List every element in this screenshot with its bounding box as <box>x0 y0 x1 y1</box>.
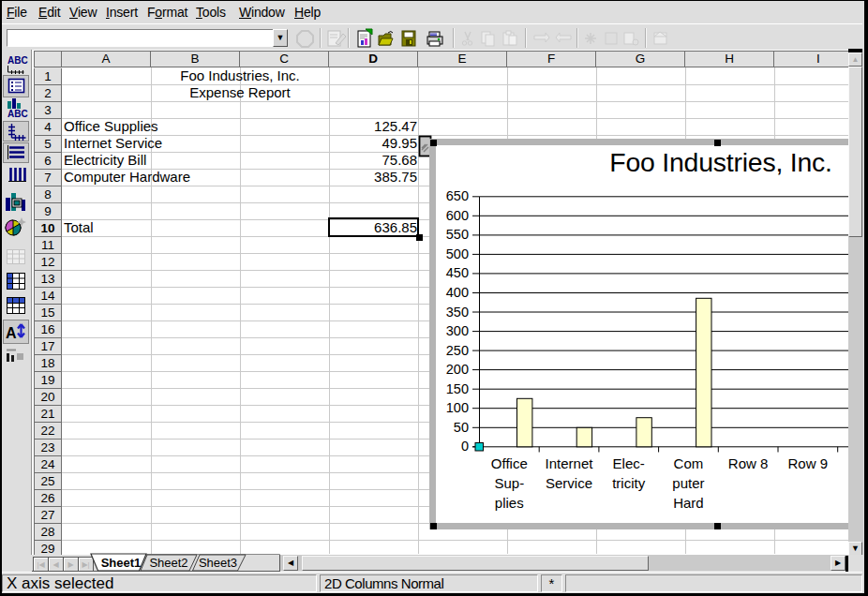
svg-text:Row 9: Row 9 <box>788 455 829 471</box>
svg-text:50: 50 <box>454 420 469 435</box>
svg-text:150: 150 <box>446 381 469 396</box>
svg-text:650: 650 <box>446 188 469 203</box>
svg-text:Sheet2: Sheet2 <box>149 556 187 570</box>
svg-text:Row 8: Row 8 <box>728 455 769 471</box>
svg-text:ABC: ABC <box>7 109 28 119</box>
svg-text:300: 300 <box>446 323 469 338</box>
svg-text:Sheet1: Sheet1 <box>101 556 142 570</box>
svg-text:plies: plies <box>495 495 524 511</box>
svg-text:Sup-: Sup- <box>494 475 524 491</box>
svg-text:Elec-: Elec- <box>613 455 645 471</box>
svg-text:puter: puter <box>672 475 704 491</box>
svg-text:Service: Service <box>546 475 592 491</box>
svg-text:0: 0 <box>461 439 469 454</box>
svg-text:Sheet3: Sheet3 <box>199 556 237 570</box>
svg-text:200: 200 <box>446 362 469 377</box>
svg-text:A: A <box>6 325 17 341</box>
svg-text:450: 450 <box>446 265 469 280</box>
svg-text:Foo Industries, Inc.: Foo Industries, Inc. <box>609 147 831 177</box>
svg-text:Com: Com <box>674 455 704 471</box>
svg-text:600: 600 <box>446 208 469 223</box>
svg-text:100: 100 <box>446 400 469 415</box>
svg-text:ABC: ABC <box>7 55 28 66</box>
svg-text:400: 400 <box>446 285 469 300</box>
svg-text:350: 350 <box>446 305 469 320</box>
svg-text:Internet: Internet <box>546 455 594 471</box>
svg-text:550: 550 <box>446 227 469 242</box>
svg-text:500: 500 <box>446 246 469 261</box>
svg-text:tricity: tricity <box>612 475 645 491</box>
svg-text:Hard: Hard <box>673 495 704 511</box>
svg-text:250: 250 <box>446 343 469 358</box>
svg-text:Office: Office <box>491 455 528 471</box>
